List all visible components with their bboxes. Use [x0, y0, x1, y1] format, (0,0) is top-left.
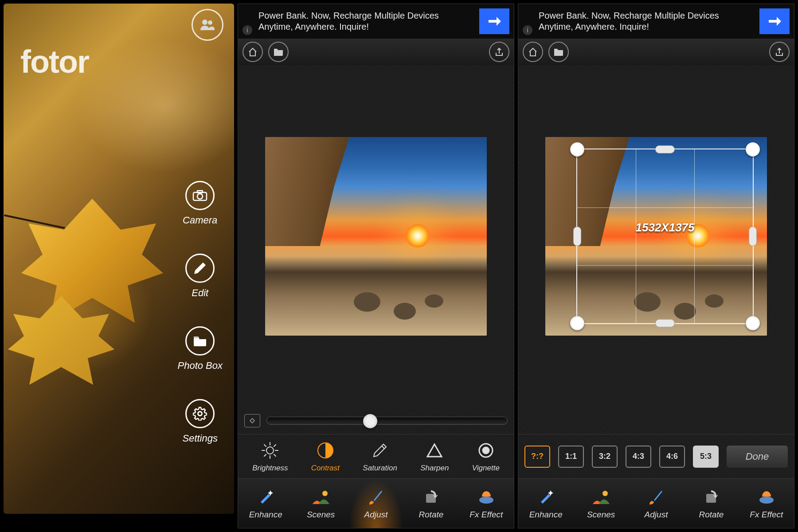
fx-icon: [478, 488, 495, 506]
sidebar-item-label: Settings: [182, 433, 218, 444]
arrow-right-icon: [488, 16, 501, 27]
ratio-3-2[interactable]: 3:2: [592, 446, 618, 468]
done-button[interactable]: Done: [727, 446, 788, 468]
crop-handle-left[interactable]: [573, 227, 581, 246]
info-icon[interactable]: i: [243, 25, 252, 35]
crop-handle-br[interactable]: [746, 316, 760, 330]
share-button[interactable]: [489, 42, 509, 62]
ad-banner: i Power Bank. Now, Recharge Multiple Dev…: [238, 4, 514, 39]
ratio-1-1[interactable]: 1:1: [558, 446, 584, 468]
tab-enhance[interactable]: Enhance: [518, 479, 573, 528]
brand-logo: fotor: [20, 43, 89, 80]
pencil-icon: [185, 254, 215, 283]
ratio-5-3[interactable]: 5:3: [693, 446, 719, 468]
crop-dimensions: 1532X1375: [635, 221, 694, 235]
sidebar: fotor Camera Edit Photo Box: [4, 4, 234, 514]
crop-handle-tl[interactable]: [570, 142, 584, 156]
adjust-slider-bar: [238, 407, 514, 434]
app-root: fotor Camera Edit Photo Box: [0, 0, 798, 532]
svg-point-5: [266, 447, 274, 454]
tab-label: Fx Effect: [469, 510, 503, 520]
ad-action-button[interactable]: [759, 8, 790, 34]
crop-handle-bl[interactable]: [570, 316, 584, 330]
option-label: Vignette: [472, 464, 500, 473]
adjust-sharpen[interactable]: Sharpen: [420, 441, 449, 473]
svg-point-11: [479, 497, 493, 504]
crop-handle-top[interactable]: [655, 145, 675, 153]
tab-fxeffect[interactable]: Fx Effect: [739, 479, 794, 528]
brush-icon: [368, 488, 383, 506]
ad-text: Power Bank. Now, Recharge Multiple Devic…: [256, 10, 476, 32]
leaf-decoration: [8, 296, 114, 385]
edited-image[interactable]: [265, 137, 487, 336]
sidebar-menu: Camera Edit Photo Box Settings: [177, 181, 223, 444]
people-icon: [200, 19, 215, 31]
tab-rotate[interactable]: Rotate: [684, 479, 739, 528]
tab-scenes[interactable]: Scenes: [293, 479, 348, 528]
triangle-icon: [426, 441, 443, 460]
crop-panel: i Power Bank. Now, Recharge Multiple Dev…: [518, 4, 794, 528]
sun-icon: [261, 441, 279, 460]
sidebar-item-settings[interactable]: Settings: [177, 399, 223, 444]
crop-handle-right[interactable]: [749, 227, 757, 246]
svg-point-12: [602, 491, 608, 496]
crop-handle-tr[interactable]: [746, 142, 760, 156]
wand-icon: [538, 488, 553, 506]
canvas-area: 1532X1375: [518, 65, 794, 407]
open-button[interactable]: [268, 42, 289, 62]
tab-rotate[interactable]: Rotate: [403, 479, 458, 528]
slider-thumb[interactable]: [363, 414, 377, 428]
tab-label: Scenes: [307, 510, 335, 520]
svg-point-3: [197, 194, 203, 199]
adjust-options: Brightness Contrast Saturation: [238, 434, 514, 478]
ad-action-button[interactable]: [479, 8, 509, 34]
bottom-tabs: Enhance Scenes Adjust Rotate Fx Effect: [518, 478, 794, 528]
community-button[interactable]: [192, 9, 223, 41]
sidebar-item-edit[interactable]: Edit: [177, 254, 223, 299]
ratio-4-3[interactable]: 4:3: [626, 446, 651, 468]
sidebar-item-label: Edit: [192, 287, 208, 299]
svg-point-0: [202, 20, 207, 25]
editor-panels: i Power Bank. Now, Recharge Multiple Dev…: [238, 4, 794, 528]
sidebar-item-photobox[interactable]: Photo Box: [177, 326, 223, 372]
sidebar-item-camera[interactable]: Camera: [177, 181, 223, 226]
sidebar-item-label: Camera: [183, 215, 217, 226]
svg-point-14: [759, 497, 774, 504]
ratio-free[interactable]: ?:?: [524, 446, 550, 468]
rotate-icon: [422, 488, 439, 506]
adjust-contrast[interactable]: Contrast: [311, 441, 340, 473]
leaf-decoration: [21, 199, 163, 323]
crop-image[interactable]: 1532X1375: [545, 137, 767, 336]
share-icon: [494, 47, 504, 56]
tab-scenes[interactable]: Scenes: [573, 479, 628, 528]
tab-label: Fx Effect: [750, 510, 783, 520]
fx-icon: [758, 488, 775, 506]
share-button[interactable]: [769, 42, 790, 62]
crop-handle-bottom[interactable]: [655, 319, 675, 327]
share-icon: [775, 47, 784, 56]
home-button[interactable]: [523, 42, 543, 62]
tab-adjust[interactable]: Adjust: [629, 479, 684, 528]
svg-rect-10: [426, 494, 436, 503]
ratio-bar: ?:? 1:1 3:2 4:3 4:6 5:3 Done: [518, 434, 794, 478]
svg-point-8: [483, 447, 489, 454]
ratio-4-6[interactable]: 4:6: [659, 446, 685, 468]
tab-fxeffect[interactable]: Fx Effect: [459, 479, 514, 528]
tab-adjust[interactable]: Adjust: [348, 479, 403, 528]
tab-enhance[interactable]: Enhance: [238, 479, 293, 528]
adjust-brightness[interactable]: Brightness: [252, 441, 288, 473]
info-icon[interactable]: i: [523, 25, 532, 35]
home-button[interactable]: [243, 42, 263, 62]
sidebar-item-label: Photo Box: [177, 360, 223, 372]
tab-label: Adjust: [364, 510, 388, 520]
adjust-slider[interactable]: [266, 417, 508, 425]
crop-rectangle[interactable]: 1532X1375: [576, 149, 754, 324]
folder-icon: [185, 326, 215, 356]
reset-button[interactable]: [244, 414, 260, 427]
adjust-vignette[interactable]: Vignette: [472, 441, 500, 473]
adjust-saturation[interactable]: Saturation: [363, 441, 397, 473]
open-button[interactable]: [548, 42, 569, 62]
option-label: Sharpen: [420, 464, 449, 473]
option-label: Saturation: [363, 464, 397, 473]
svg-point-1: [208, 20, 212, 25]
